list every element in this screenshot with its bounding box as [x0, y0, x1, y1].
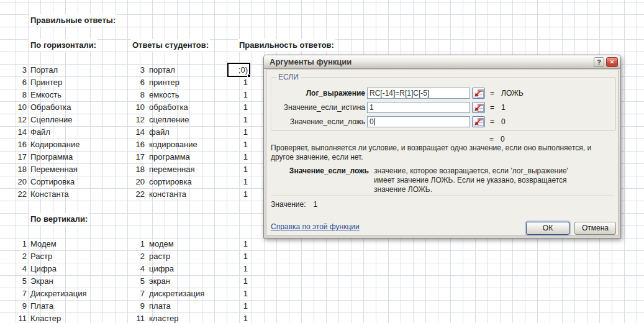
dialog-titlebar[interactable]: Аргументы функции ? ✕: [264, 55, 620, 69]
student-word-cell[interactable]: обработка: [149, 101, 188, 114]
correctness-cell[interactable]: 1: [229, 250, 249, 263]
student-number-cell[interactable]: 8: [93, 89, 145, 101]
cancel-button[interactable]: Отмена: [574, 222, 616, 235]
student-word-cell[interactable]: файл: [149, 126, 170, 139]
student-number-cell[interactable]: 5: [93, 275, 145, 288]
header-vertical[interactable]: По вертикали:: [29, 213, 89, 225]
student-number-cell[interactable]: 3: [93, 64, 145, 76]
student-word-cell[interactable]: кодирование: [149, 139, 197, 151]
answer-word-cell[interactable]: Дискретизация: [30, 288, 86, 300]
answer-number-cell[interactable]: 22: [0, 188, 27, 201]
logical-test-input[interactable]: RC[-14]=R[1]C[-5]: [367, 88, 470, 99]
answer-number-cell[interactable]: 6: [0, 76, 27, 89]
answer-word-cell[interactable]: Константа: [30, 188, 69, 201]
student-word-cell[interactable]: плата: [149, 300, 171, 312]
answer-word-cell[interactable]: Переменная: [30, 163, 78, 176]
correctness-cell[interactable]: 1: [229, 151, 249, 163]
student-word-cell[interactable]: сцепление: [149, 114, 189, 126]
answer-number-cell[interactable]: 17: [0, 151, 27, 163]
student-word-cell[interactable]: емкость: [149, 89, 179, 101]
correctness-cell[interactable]: 1: [229, 300, 249, 312]
correctness-cell[interactable]: 1: [229, 288, 249, 300]
correctness-cell[interactable]: ;0): [227, 63, 250, 77]
student-number-cell[interactable]: 1: [93, 238, 145, 250]
function-help-link[interactable]: Справка по этой функции: [271, 222, 360, 232]
answer-number-cell[interactable]: 4: [0, 263, 27, 275]
correctness-cell[interactable]: 1: [229, 114, 249, 126]
student-number-cell[interactable]: 10: [93, 101, 145, 114]
student-number-cell[interactable]: 4: [93, 263, 145, 275]
answer-number-cell[interactable]: 11: [0, 312, 27, 323]
help-button[interactable]: ?: [594, 57, 604, 67]
answer-number-cell[interactable]: 7: [0, 288, 27, 300]
student-number-cell[interactable]: 12: [93, 114, 145, 126]
answer-number-cell[interactable]: 16: [0, 139, 27, 151]
answer-number-cell[interactable]: 10: [0, 101, 27, 114]
range-selector-button[interactable]: [472, 102, 485, 113]
header-horizontal[interactable]: По горизонтали:: [29, 39, 98, 52]
answer-word-cell[interactable]: Модем: [30, 238, 57, 250]
answer-number-cell[interactable]: 9: [0, 300, 27, 312]
answer-number-cell[interactable]: 2: [0, 250, 27, 263]
student-number-cell[interactable]: 9: [93, 300, 145, 312]
correctness-cell[interactable]: 1: [229, 312, 249, 323]
student-word-cell[interactable]: портал: [149, 64, 175, 76]
correctness-cell[interactable]: 1: [229, 263, 249, 275]
answer-word-cell[interactable]: Принтер: [30, 76, 62, 89]
answer-word-cell[interactable]: Файл: [30, 126, 50, 139]
student-number-cell[interactable]: 2: [93, 250, 145, 263]
student-number-cell[interactable]: 18: [93, 163, 145, 176]
student-number-cell[interactable]: 7: [93, 288, 145, 300]
student-word-cell[interactable]: кластер: [149, 312, 178, 323]
student-number-cell[interactable]: 6: [93, 76, 145, 89]
answer-word-cell[interactable]: Кодирование: [30, 139, 80, 151]
student-word-cell[interactable]: дискретизация: [149, 288, 204, 300]
ok-button[interactable]: ОК: [526, 222, 569, 235]
header-correctness[interactable]: Правильность ответов:: [238, 39, 335, 52]
answer-word-cell[interactable]: Сцепление: [30, 114, 72, 126]
sheet-title[interactable]: Правильные ответы:: [29, 14, 117, 27]
answer-number-cell[interactable]: 14: [0, 126, 27, 139]
student-number-cell[interactable]: 16: [93, 139, 145, 151]
student-word-cell[interactable]: растр: [149, 250, 170, 263]
answer-number-cell[interactable]: 18: [0, 163, 27, 176]
answer-number-cell[interactable]: 5: [0, 275, 27, 288]
answer-word-cell[interactable]: Сортировка: [30, 176, 75, 188]
answer-word-cell[interactable]: Портал: [30, 64, 58, 76]
student-number-cell[interactable]: 11: [93, 312, 145, 323]
answer-word-cell[interactable]: Обработка: [30, 101, 71, 114]
student-word-cell[interactable]: программа: [149, 151, 190, 163]
correctness-cell[interactable]: 1: [229, 126, 249, 139]
student-word-cell[interactable]: переменная: [149, 163, 195, 176]
correctness-cell[interactable]: 1: [229, 139, 249, 151]
student-word-cell[interactable]: цифра: [149, 263, 174, 275]
answer-number-cell[interactable]: 12: [0, 114, 27, 126]
student-number-cell[interactable]: 22: [93, 188, 145, 201]
answer-word-cell[interactable]: Растр: [30, 250, 52, 263]
answer-number-cell[interactable]: 3: [0, 64, 27, 76]
student-number-cell[interactable]: 14: [93, 126, 145, 139]
correctness-cell[interactable]: 1: [229, 188, 249, 201]
answer-number-cell[interactable]: 8: [0, 89, 27, 101]
answer-word-cell[interactable]: Плата: [30, 300, 53, 312]
range-selector-button[interactable]: [472, 88, 485, 99]
student-word-cell[interactable]: экран: [149, 275, 170, 288]
value-if-false-input[interactable]: 0: [367, 116, 470, 127]
range-selector-button[interactable]: [472, 116, 485, 127]
answer-word-cell[interactable]: Экран: [30, 275, 53, 288]
answer-word-cell[interactable]: Емкость: [30, 89, 61, 101]
student-word-cell[interactable]: принтер: [149, 76, 179, 89]
student-number-cell[interactable]: 20: [93, 176, 145, 188]
student-word-cell[interactable]: константа: [149, 188, 186, 201]
student-word-cell[interactable]: модем: [149, 238, 174, 250]
correctness-cell[interactable]: 1: [229, 76, 249, 89]
answer-number-cell[interactable]: 20: [0, 176, 27, 188]
answer-word-cell[interactable]: Цифра: [30, 263, 57, 275]
correctness-cell[interactable]: 1: [229, 163, 249, 176]
value-if-true-input[interactable]: 1: [367, 102, 470, 113]
correctness-cell[interactable]: 1: [229, 275, 249, 288]
answer-word-cell[interactable]: Программа: [30, 151, 73, 163]
student-number-cell[interactable]: 17: [93, 151, 145, 163]
correctness-cell[interactable]: 1: [229, 238, 249, 250]
answer-number-cell[interactable]: 1: [0, 238, 27, 250]
